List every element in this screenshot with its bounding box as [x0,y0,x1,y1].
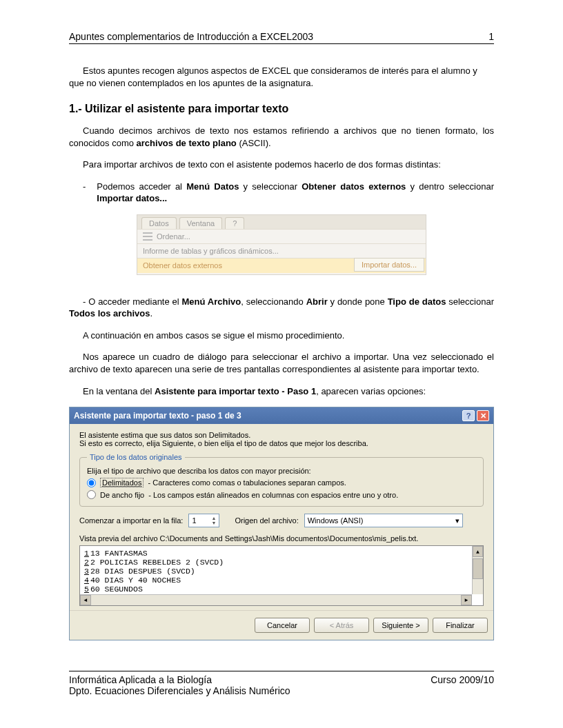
intro-paragraph: Estos apuntes recogen algunos aspectos d… [69,65,494,89]
menu-item-ordenar: Ordenar... [137,229,426,243]
data-type-fieldset: Tipo de los datos originales Elija el ti… [79,453,484,507]
vertical-scrollbar[interactable]: ▲ [472,546,483,594]
fieldset-prompt: Elija el tipo de archivo que describa lo… [87,467,476,475]
preview-line: 328 DIAS DESPUES (SVCD) [84,567,479,576]
preview-line: 560 SEGUNDOS [84,585,479,594]
submenu-importar-datos: Importar datos... [354,258,424,272]
origin-combo[interactable]: Windows (ANSI) ▾ [304,514,463,527]
start-row-label: Comenzar a importar en la fila: [79,516,183,525]
radio-delimitados-label: Delimitados [100,478,144,487]
scroll-right-icon[interactable]: ► [461,595,472,605]
preview-box: 113 FANTASMAS 22 POLICIAS REBELDES 2 (SV… [79,545,484,606]
import-wizard-dialog: Asistente para importar texto - paso 1 d… [69,407,494,640]
paragraph-4: A continuación en ambos casos se sigue e… [69,330,494,342]
bullet-item: - Podemos acceder al Menú Datos y selecc… [69,181,494,205]
scroll-up-icon[interactable]: ▲ [473,546,483,557]
scroll-thumb[interactable] [473,558,483,579]
preview-line: 440 DIAS Y 40 NOCHES [84,576,479,585]
paragraph-2: Para importar archivos de texto con el a… [69,159,494,171]
fieldset-legend: Tipo de los datos originales [87,453,185,461]
back-button[interactable]: < Atrás [314,618,369,633]
scroll-left-icon[interactable]: ◄ [80,595,91,605]
bullet-text: Podemos acceder al Menú Datos y seleccio… [97,181,494,205]
wizard-desc-line1: El asistente estima que sus datos son De… [79,431,484,439]
page-footer: Informática Aplicada a la Biología Curso… [69,671,494,696]
menu-tab-ventana: Ventana [179,217,222,229]
header-title: Apuntes complementarios de Introducción … [69,31,313,42]
horizontal-scrollbar[interactable]: ◄ ► [80,594,472,605]
wizard-titlebar: Asistente para importar texto - paso 1 d… [70,407,493,424]
wizard-desc-line2: Si esto es correcto, elija Siguiente, o … [79,439,484,447]
header-page-number: 1 [488,31,494,42]
section-heading: 1.- Utilizar el asistente para importar … [69,103,494,115]
next-button[interactable]: Siguiente > [373,618,428,633]
menu-tab-help: ? [225,217,244,229]
sort-icon [143,232,152,241]
paragraph-3: - O acceder mediante el Menú Archivo, se… [69,296,494,320]
close-button[interactable]: ✕ [477,410,489,421]
radio-ancho-fijo-label: De ancho fijo [100,491,144,499]
finish-button[interactable]: Finalizar [433,618,488,633]
radio-ancho-fijo-desc: - Los campos están alineados en columnas… [148,491,398,499]
help-button[interactable]: ? [462,410,475,421]
footer-right: Curso 2009/10 [431,674,494,685]
footer-dept: Dpto. Ecuaciones Diferenciales y Análisi… [69,685,494,696]
chevron-up-icon[interactable]: ▲ [211,516,216,520]
paragraph-6: En la ventana del Asistente para importa… [69,385,494,398]
footer-left: Informática Aplicada a la Biología [69,674,212,685]
chevron-down-icon[interactable]: ▼ [211,520,216,525]
origin-label: Origen del archivo: [235,516,298,525]
preview-line: 113 FANTASMAS [84,549,479,558]
radio-delimitados-desc: - Caracteres como comas o tabulaciones s… [148,478,346,487]
start-row-spinner[interactable]: 1 ▲▼ [188,514,219,527]
preview-line: 22 POLICIAS REBELDES 2 (SVCD) [84,558,479,567]
page-header: Apuntes complementarios de Introducción … [69,31,494,44]
wizard-button-row: Cancelar < Atrás Siguiente > Finalizar [70,610,493,640]
preview-label: Vista previa del archivo C:\Documents an… [79,534,484,543]
cancel-button[interactable]: Cancelar [255,618,310,633]
chevron-down-icon: ▾ [455,516,460,525]
menu-item-informe: Informe de tablas y gráficos dinámicos..… [137,243,426,258]
menu-tab-datos: Datos [141,217,177,229]
radio-delimitados[interactable] [87,478,96,487]
menu-screenshot: Datos Ventana ? Ordenar... Informe de ta… [137,214,426,275]
paragraph-1: Cuando decimos archivos de texto nos est… [69,125,494,149]
bullet-dash: - [83,181,86,205]
radio-ancho-fijo[interactable] [87,490,96,499]
wizard-title: Asistente para importar texto - paso 1 d… [74,411,241,421]
paragraph-5: Nos aparece un cuadro de diálogo para se… [69,351,494,375]
